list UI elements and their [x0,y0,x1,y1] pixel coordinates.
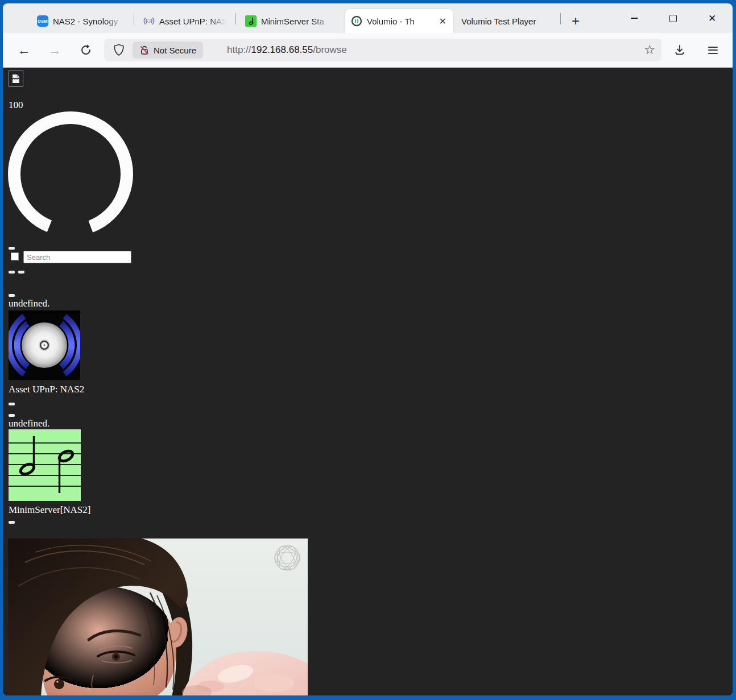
list-item-label[interactable]: Asset UPnP: NAS2 [9,384,84,395]
volumio-browse-page: 100 undefined. [3,68,733,695]
tab-volumio-test-player[interactable]: Volumio Test Player [456,9,559,33]
maximize-icon [669,15,677,22]
menu-button[interactable] [700,38,725,63]
minimize-button[interactable] [621,3,647,33]
tab-title: NAS2 - Synology [53,16,127,26]
search-field-wrap [23,251,131,263]
new-tab-button[interactable]: + [566,9,585,33]
collapsed-button[interactable] [18,271,24,274]
tab-minimserver[interactable]: MinimServer Sta [239,9,341,33]
close-window-button[interactable]: ✕ [699,3,725,33]
minimserver-icon [245,15,257,27]
tab-asset-upnp[interactable]: Asset UPnP: NAS [138,9,234,33]
album-art-photo[interactable] [8,539,308,695]
collapsed-button[interactable] [9,414,15,417]
downloads-button[interactable] [667,38,692,63]
collapsed-button[interactable] [9,403,15,405]
close-tab-icon[interactable]: ✕ [438,16,448,27]
not-secure-chip[interactable]: Not Secure [133,42,203,59]
asset-upnp-icon [143,15,155,27]
url-path: /browse [313,44,347,56]
shield-icon[interactable] [112,43,126,59]
tab-nas2-synology[interactable]: DSM NAS2 - Synology [31,9,133,33]
volumio-icon [351,15,362,27]
reload-button[interactable] [73,38,98,63]
tab-title: MinimServer Sta [261,16,335,26]
maximize-button[interactable] [660,3,686,33]
url-text[interactable]: http://192.168.68.55/browse [227,39,347,61]
url-scheme: http:// [227,44,251,56]
back-button[interactable]: ← [11,38,36,63]
close-window-icon: ✕ [708,13,716,24]
insecure-lock-icon [139,45,150,55]
tab-divider [134,13,134,24]
tab-title: Volumio - Th [367,16,433,26]
tab-volumio-active[interactable]: Volumio - Th ✕ [345,9,453,33]
tab-title: Volumio Test Player [461,16,553,26]
forward-button[interactable]: → [42,38,67,63]
volume-value: 100 [9,100,23,111]
url-host: 192.168.68.55 [251,44,313,56]
volume-knob-ring[interactable] [8,111,133,237]
collapsed-button[interactable] [9,271,15,274]
hamburger-icon [708,47,718,54]
bookmark-star-icon[interactable]: ☆ [640,40,659,60]
search-checkbox[interactable] [11,252,19,260]
collapsed-button[interactable] [9,294,15,297]
asset-upnp-artwork[interactable] [9,310,80,380]
status-text: undefined. [9,298,49,309]
collapsed-button[interactable] [9,521,15,524]
tab-divider [235,13,236,24]
status-text: undefined. [9,418,49,429]
minimserver-artwork[interactable] [9,429,81,501]
list-item-label[interactable]: MinimServer[NAS2] [9,504,90,516]
tab-bar: DSM NAS2 - Synology Asset UPnP: NAS [3,3,733,33]
broken-image-icon [9,71,23,87]
search-input[interactable] [23,251,131,263]
browser-window: DSM NAS2 - Synology Asset UPnP: NAS [0,0,736,700]
minimize-icon [631,18,638,19]
address-bar[interactable]: Not Secure http://192.168.68.55/browse ☆ [104,39,661,61]
collapsed-button[interactable] [9,247,15,250]
tab-divider [560,13,561,24]
not-secure-label: Not Secure [154,45,196,55]
navigation-toolbar: ← → Not Secure ht [3,33,733,68]
tab-title: Asset UPnP: NAS [159,16,229,26]
browser-client-area: DSM NAS2 - Synology Asset UPnP: NAS [3,3,733,695]
dsm-icon: DSM [37,15,48,27]
